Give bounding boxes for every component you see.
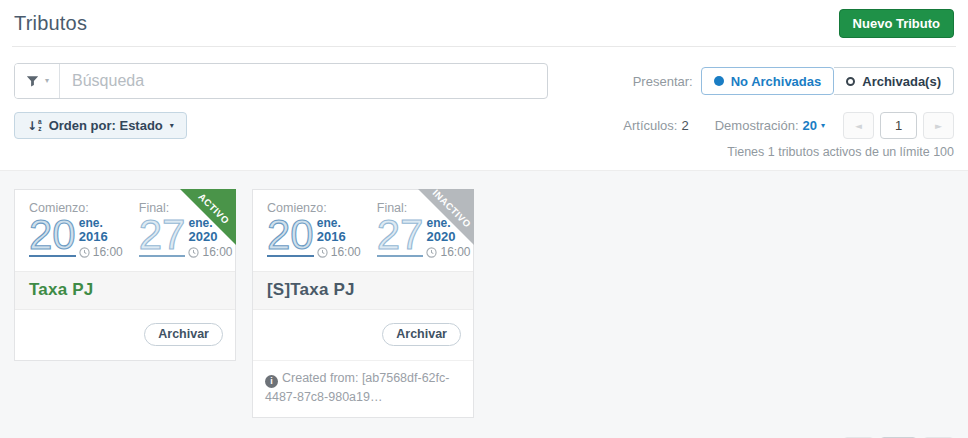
page-title: Tributos: [14, 12, 87, 35]
archive-button[interactable]: Archivar: [144, 323, 223, 346]
start-day: 20: [29, 216, 76, 257]
page-size-value: 20: [803, 118, 817, 133]
end-time: 16:00: [202, 245, 232, 259]
created-from-text: Created from: [ab7568df-62fc-4487-87c8-9…: [265, 371, 449, 404]
clock-icon: [426, 247, 437, 258]
archive-button[interactable]: Archivar: [382, 323, 461, 346]
tribute-card-active[interactable]: ACTIVO Comienzo: 20 ene. 2016: [14, 189, 236, 361]
filter-icon: [25, 74, 40, 88]
filter-not-archived[interactable]: No Archivadas: [701, 67, 835, 95]
present-label: Presentar:: [633, 74, 693, 89]
created-from-note: iCreated from: [ab7568df-62fc-4487-87c8-…: [253, 360, 473, 417]
new-tribute-button[interactable]: Nuevo Tributo: [839, 9, 954, 38]
radio-unselected-icon: [846, 77, 855, 86]
toolbar-row-sort: ↓ az Orden por: Estado ▾ Artículos: 2 De…: [14, 112, 954, 139]
chevron-down-icon: ▾: [170, 121, 174, 130]
search-box: ▾: [14, 63, 548, 99]
end-day: 27: [377, 216, 424, 257]
start-time: 16:00: [93, 245, 123, 259]
end-day: 27: [139, 216, 186, 257]
items-count: 2: [681, 118, 688, 133]
current-page-input[interactable]: [880, 112, 917, 139]
page-size-label: Demostración:: [715, 118, 799, 133]
archive-filter-toggle: No Archivadas Archivada(s): [701, 67, 954, 95]
radio-selected-icon: [714, 76, 724, 86]
card-title: [S]Taxa PJ: [253, 271, 473, 310]
items-label: Artículos:: [623, 118, 677, 133]
filter-archived[interactable]: Archivada(s): [834, 67, 954, 95]
page-header: Tributos Nuevo Tributo: [12, 0, 956, 47]
page-size-dropdown[interactable]: Demostración: 20 ▾: [715, 118, 825, 133]
toolbar-row-search: ▾ Presentar: No Archivadas Archivada(s): [14, 63, 954, 99]
cards-section: ACTIVO Comienzo: 20 ene. 2016: [0, 170, 968, 438]
filter-archived-label: Archivada(s): [862, 74, 941, 89]
sort-by-button[interactable]: ↓ az Orden por: Estado ▾: [14, 112, 187, 139]
prev-page-button[interactable]: ◄: [843, 112, 874, 139]
start-year: 2016: [79, 230, 123, 244]
card-title: Taxa PJ: [15, 271, 235, 310]
clock-icon: [188, 247, 199, 258]
cards-row: ACTIVO Comienzo: 20 ene. 2016: [14, 189, 954, 418]
start-day: 20: [267, 216, 314, 257]
chevron-down-icon: ▾: [821, 121, 825, 130]
sort-by-label: Orden por: Estado: [49, 118, 163, 133]
sort-alpha-down-icon: ↓ az: [27, 119, 42, 132]
info-icon: i: [265, 375, 278, 388]
start-date: Comienzo: 20 ene. 2016 16:00: [267, 201, 361, 259]
limit-note: Tienes 1 tributos activos de un límite 1…: [727, 145, 954, 159]
pagination-top: Artículos: 2 Demostración: 20 ▾ ◄ ►: [623, 112, 954, 139]
chevron-down-icon: ▾: [45, 77, 49, 85]
limit-note-row: Tienes 1 tributos activos de un límite 1…: [14, 145, 954, 159]
filter-not-archived-label: No Archivadas: [731, 74, 822, 89]
start-year: 2016: [317, 230, 361, 244]
end-time: 16:00: [440, 245, 470, 259]
next-page-button[interactable]: ►: [923, 112, 954, 139]
start-time: 16:00: [331, 245, 361, 259]
tribute-card-inactive[interactable]: INACTIVO Comienzo: 20 ene. 2016: [252, 189, 474, 418]
clock-icon: [317, 247, 328, 258]
search-input[interactable]: [60, 72, 547, 90]
clock-icon: [79, 247, 90, 258]
present-filter-group: Presentar: No Archivadas Archivada(s): [633, 67, 954, 95]
search-filter-dropdown[interactable]: ▾: [15, 64, 60, 98]
start-date: Comienzo: 20 ene. 2016 16:00: [29, 201, 123, 259]
